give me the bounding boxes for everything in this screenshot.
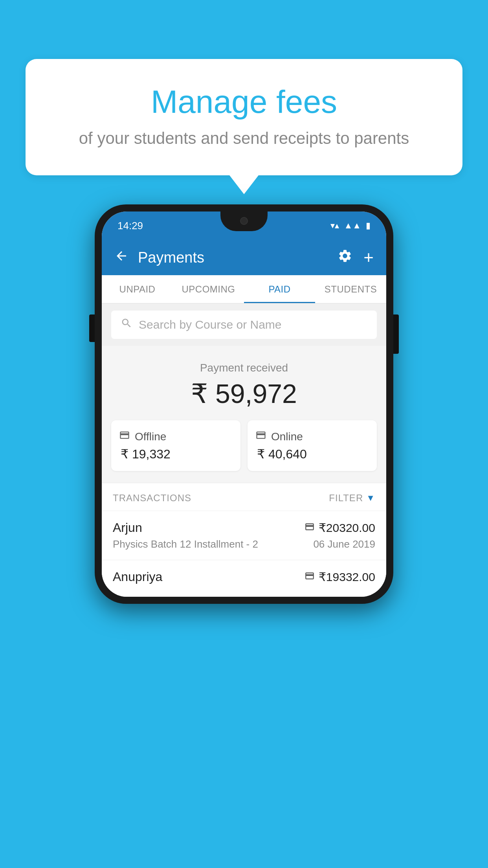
search-bar[interactable]: Search by Course or Name xyxy=(111,311,377,339)
filter-label: FILTER xyxy=(329,493,363,504)
filter-button[interactable]: FILTER ▼ xyxy=(329,493,375,504)
transaction-course: Physics Batch 12 Installment - 2 xyxy=(113,538,258,550)
transaction-amount: ₹19332.00 xyxy=(319,570,375,584)
add-icon[interactable]: + xyxy=(363,248,374,267)
payment-received-label: Payment received xyxy=(111,362,377,374)
offline-icon xyxy=(119,430,130,443)
phone-wrapper: 14:29 ▾▴ ▲▲ ▮ Payments xyxy=(95,204,393,604)
app-header: Payments + xyxy=(102,240,386,275)
online-amount: ₹ 40,640 xyxy=(255,447,369,462)
transaction-amount-wrap: ₹19332.00 xyxy=(305,570,375,584)
search-placeholder: Search by Course or Name xyxy=(139,318,282,331)
offline-label: Offline xyxy=(135,430,166,443)
tabs-bar: UNPAID UPCOMING PAID STUDENTS xyxy=(102,275,386,303)
status-icons: ▾▴ ▲▲ ▮ xyxy=(330,221,371,231)
transaction-name: Arjun xyxy=(113,520,142,535)
tab-paid[interactable]: PAID xyxy=(244,275,315,303)
transaction-bottom: Physics Batch 12 Installment - 2 06 June… xyxy=(113,538,375,550)
search-icon xyxy=(121,317,132,332)
payment-total-amount: ₹ 59,972 xyxy=(111,378,377,409)
transaction-date: 06 June 2019 xyxy=(313,538,375,550)
bubble-subtitle: of your students and send receipts to pa… xyxy=(53,129,435,148)
camera xyxy=(240,217,248,225)
filter-icon: ▼ xyxy=(366,493,375,503)
offline-card-icon xyxy=(305,571,315,583)
battery-icon: ▮ xyxy=(366,221,371,231)
wifi-icon: ▾▴ xyxy=(330,221,339,231)
transaction-name: Anupriya xyxy=(113,570,162,584)
offline-amount: ₹ 19,332 xyxy=(119,447,233,462)
transactions-header: TRANSACTIONS FILTER ▼ xyxy=(102,483,386,511)
bubble-title: Manage fees xyxy=(53,83,435,121)
transaction-row[interactable]: Arjun ₹20320.00 Physics Batch 12 Install… xyxy=(102,511,386,560)
settings-icon[interactable] xyxy=(338,248,352,267)
payment-cards: Offline ₹ 19,332 Online ₹ 40,640 xyxy=(111,420,377,471)
online-icon xyxy=(255,430,266,443)
back-button[interactable] xyxy=(114,249,128,267)
transaction-top: Anupriya ₹19332.00 xyxy=(113,570,375,584)
status-bar: 14:29 ▾▴ ▲▲ ▮ xyxy=(102,211,386,240)
status-time: 14:29 xyxy=(117,220,143,232)
tab-students[interactable]: STUDENTS xyxy=(315,275,386,303)
header-title: Payments xyxy=(138,249,338,266)
transaction-row[interactable]: Anupriya ₹19332.00 xyxy=(102,560,386,597)
tab-upcoming[interactable]: UPCOMING xyxy=(173,275,244,303)
phone-frame: 14:29 ▾▴ ▲▲ ▮ Payments xyxy=(95,204,393,604)
offline-card-header: Offline xyxy=(119,430,233,443)
phone-screen: 14:29 ▾▴ ▲▲ ▮ Payments xyxy=(102,211,386,597)
transaction-amount-wrap: ₹20320.00 xyxy=(305,521,375,535)
payment-summary: Payment received ₹ 59,972 Offline ₹ 19,3… xyxy=(102,346,386,483)
transaction-amount: ₹20320.00 xyxy=(319,521,375,535)
offline-card: Offline ₹ 19,332 xyxy=(111,420,240,471)
header-actions: + xyxy=(338,248,374,267)
transactions-label: TRANSACTIONS xyxy=(113,493,191,504)
card-icon xyxy=(305,522,315,534)
online-card: Online ₹ 40,640 xyxy=(248,420,377,471)
signal-icon: ▲▲ xyxy=(344,221,361,231)
transaction-top: Arjun ₹20320.00 xyxy=(113,520,375,535)
tab-unpaid[interactable]: UNPAID xyxy=(102,275,173,303)
notch xyxy=(220,211,268,231)
online-label: Online xyxy=(271,430,303,443)
search-container: Search by Course or Name xyxy=(102,303,386,346)
online-card-header: Online xyxy=(255,430,369,443)
speech-bubble: Manage fees of your students and send re… xyxy=(26,59,462,175)
